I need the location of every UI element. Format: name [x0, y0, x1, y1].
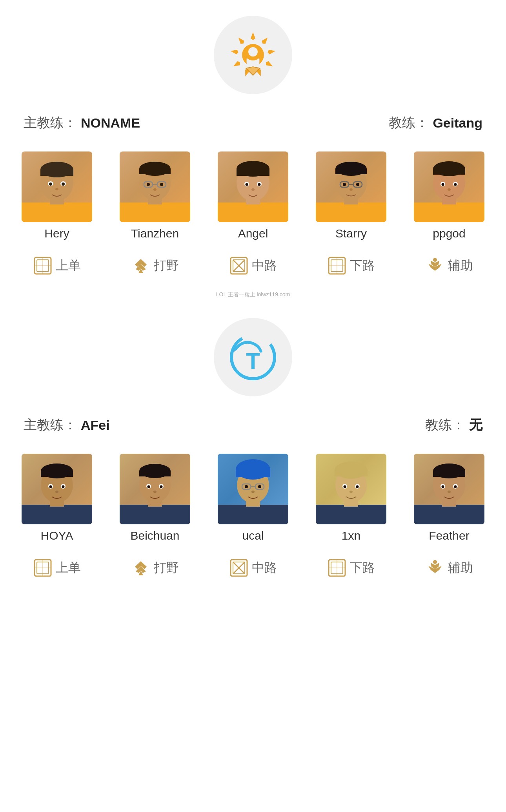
- svg-rect-103: [236, 469, 270, 477]
- team2-coach-name: 无: [469, 416, 482, 434]
- team1-logo-circle: [214, 16, 292, 94]
- player-card-tianzhen: Tianzhen: [116, 151, 194, 240]
- svg-rect-21: [120, 203, 190, 222]
- role-top-2: 上单: [33, 558, 81, 578]
- svg-marker-0: [251, 32, 255, 40]
- player-card-1xn: 1xn: [312, 454, 390, 542]
- mid-icon-2: [229, 558, 249, 578]
- svg-point-19: [62, 182, 65, 186]
- svg-rect-53: [414, 203, 484, 222]
- role-jungle-1: 打野: [131, 256, 179, 276]
- jungle-icon-1: [131, 256, 151, 276]
- player-card-ucal: ucal: [214, 454, 292, 542]
- team2-logo-wrapper: T: [0, 302, 506, 408]
- svg-point-107: [245, 485, 248, 488]
- role-jungle-2: 打野: [131, 558, 179, 578]
- svg-point-40: [258, 183, 261, 186]
- svg-text:T: T: [246, 348, 260, 374]
- team2-players-row: HOYA: [0, 442, 506, 546]
- ucal-face-svg: [218, 454, 288, 524]
- hoya-face-svg: [22, 454, 92, 524]
- svg-marker-7: [230, 49, 239, 55]
- svg-point-128: [454, 485, 457, 488]
- top-lane-icon-2: [33, 558, 53, 578]
- angel-face-svg: [218, 151, 288, 222]
- player-name-ppgod: ppgod: [433, 227, 465, 240]
- svg-marker-6: [232, 60, 241, 68]
- svg-point-127: [442, 485, 444, 488]
- role-jungle-label-1: 打野: [154, 257, 179, 274]
- role-support-label-1: 辅助: [448, 257, 473, 274]
- role-bot-label-1: 下路: [350, 257, 375, 274]
- svg-rect-110: [316, 505, 386, 524]
- team1-section: 主教练： NONAME 教练： Geitang: [0, 0, 506, 287]
- player-name-hoya: HOYA: [41, 529, 73, 542]
- svg-point-51: [356, 183, 359, 186]
- player-name-ucal: ucal: [242, 529, 264, 542]
- svg-point-29: [147, 183, 150, 186]
- svg-point-119: [349, 491, 353, 493]
- team2-head-coach-label: 主教练：: [24, 416, 77, 434]
- player-name-feather: Feather: [429, 529, 469, 542]
- player-avatar-1xn: [316, 454, 386, 524]
- svg-marker-8: [237, 36, 245, 45]
- player-avatar-ucal: [218, 454, 288, 524]
- svg-point-62: [448, 188, 451, 191]
- player-card-hery: Hery: [18, 151, 96, 240]
- support-icon-1: [425, 256, 445, 276]
- bot-icon-1: [327, 256, 347, 276]
- player-card-hoya: HOYA: [18, 454, 96, 542]
- svg-marker-1: [261, 36, 269, 45]
- team1-head-coach-label: 主教练：: [24, 114, 77, 132]
- svg-rect-89: [120, 505, 190, 524]
- svg-rect-42: [316, 203, 386, 222]
- svg-point-117: [344, 485, 346, 488]
- svg-point-20: [55, 188, 58, 190]
- role-mid-2: 中路: [229, 558, 277, 578]
- team1-logo-icon: [226, 27, 280, 82]
- team2-roles-row: 上单 打野 中路: [0, 546, 506, 589]
- bot-icon-2: [327, 558, 347, 578]
- player-name-1xn: 1xn: [342, 529, 360, 542]
- player-name-hery: Hery: [44, 227, 69, 240]
- team2-logo-icon: T: [224, 328, 282, 387]
- role-top-label-1: 上单: [56, 257, 81, 274]
- svg-point-30: [160, 183, 163, 186]
- svg-rect-32: [218, 203, 288, 222]
- role-support-1: 辅助: [425, 256, 473, 276]
- team2-logo-circle: T: [214, 318, 292, 396]
- role-mid-label-1: 中路: [252, 257, 277, 274]
- team1-coach-label: 教练：: [389, 114, 429, 132]
- svg-point-61: [454, 183, 457, 186]
- role-jungle-label-2: 打野: [154, 559, 179, 577]
- player-avatar-tianzhen: [120, 151, 190, 222]
- team1-coach-name: Geitang: [433, 115, 482, 131]
- player-name-starry: Starry: [335, 227, 367, 240]
- jungle-icon-2: [131, 558, 151, 578]
- svg-point-52: [349, 188, 353, 191]
- team2-coach-label: 教练：: [425, 416, 465, 434]
- player-avatar-hoya: [22, 454, 92, 524]
- team2-head-coach: 主教练： AFei: [24, 416, 110, 434]
- svg-point-75: [433, 258, 437, 262]
- role-mid-1: 中路: [229, 256, 277, 276]
- svg-rect-124: [433, 471, 465, 477]
- svg-point-39: [246, 183, 248, 186]
- svg-rect-79: [22, 505, 92, 524]
- svg-point-18: [49, 182, 52, 186]
- svg-rect-120: [414, 505, 484, 524]
- player-name-angel: Angel: [238, 227, 268, 240]
- svg-point-142: [433, 560, 437, 564]
- player-card-feather: Feather: [410, 454, 488, 542]
- svg-point-96: [147, 485, 150, 488]
- svg-rect-11: [22, 203, 92, 222]
- svg-point-97: [160, 485, 163, 488]
- svg-point-31: [153, 188, 157, 191]
- player-avatar-feather: [414, 454, 484, 524]
- player-avatar-ppgod: [414, 151, 484, 222]
- player-name-tianzhen: Tianzhen: [131, 227, 179, 240]
- svg-marker-3: [265, 60, 274, 68]
- svg-point-88: [55, 491, 58, 493]
- team1-logo-wrapper: [0, 0, 506, 106]
- 1xn-face-svg: [316, 454, 386, 524]
